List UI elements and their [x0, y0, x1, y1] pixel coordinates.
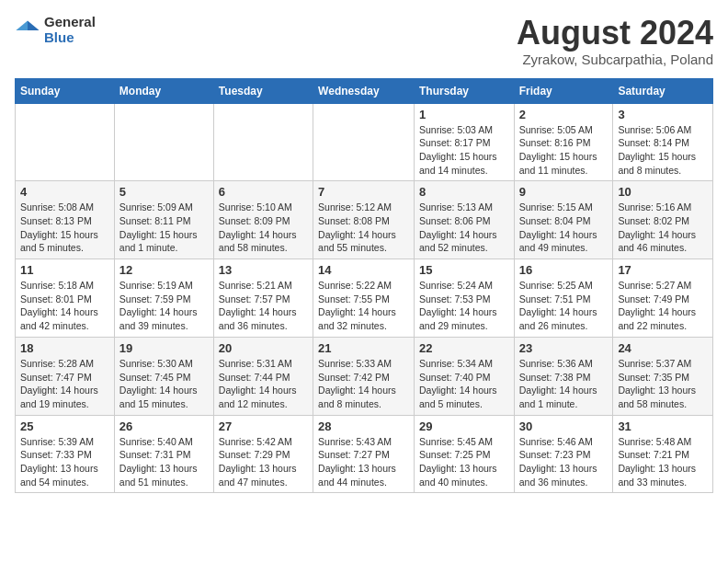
day-cell: 20Sunrise: 5:31 AM Sunset: 7:44 PM Dayli…	[213, 337, 313, 415]
day-cell: 11Sunrise: 5:18 AM Sunset: 8:01 PM Dayli…	[16, 259, 115, 338]
day-number: 24	[618, 341, 708, 355]
day-cell: 14Sunrise: 5:22 AM Sunset: 7:55 PM Dayli…	[313, 259, 415, 338]
day-cell: 31Sunrise: 5:48 AM Sunset: 7:21 PM Dayli…	[613, 415, 713, 493]
month-title: August 2024	[517, 15, 713, 52]
day-info: Sunrise: 5:42 AM Sunset: 7:29 PM Dayligh…	[219, 435, 308, 489]
day-info: Sunrise: 5:12 AM Sunset: 8:08 PM Dayligh…	[318, 201, 409, 255]
day-info: Sunrise: 5:37 AM Sunset: 7:35 PM Dayligh…	[618, 357, 708, 411]
week-row-4: 25Sunrise: 5:39 AM Sunset: 7:33 PM Dayli…	[16, 415, 713, 493]
day-number: 23	[519, 341, 609, 355]
day-cell: 22Sunrise: 5:34 AM Sunset: 7:40 PM Dayli…	[414, 337, 514, 415]
day-number: 16	[519, 263, 609, 277]
day-cell: 26Sunrise: 5:40 AM Sunset: 7:31 PM Dayli…	[114, 415, 213, 493]
day-cell: 5Sunrise: 5:09 AM Sunset: 8:11 PM Daylig…	[114, 181, 213, 259]
calendar-header-row: SundayMondayTuesdayWednesdayThursdayFrid…	[16, 78, 713, 103]
day-number: 8	[419, 185, 509, 199]
header-tuesday: Tuesday	[213, 78, 313, 103]
calendar-table: SundayMondayTuesdayWednesdayThursdayFrid…	[15, 78, 713, 494]
logo-general: General	[44, 15, 96, 30]
day-cell: 25Sunrise: 5:39 AM Sunset: 7:33 PM Dayli…	[16, 415, 115, 493]
day-number: 27	[219, 419, 308, 433]
day-number: 4	[20, 185, 109, 199]
day-info: Sunrise: 5:13 AM Sunset: 8:06 PM Dayligh…	[419, 201, 509, 255]
day-info: Sunrise: 5:06 AM Sunset: 8:14 PM Dayligh…	[618, 123, 708, 178]
day-cell: 23Sunrise: 5:36 AM Sunset: 7:38 PM Dayli…	[514, 337, 613, 415]
day-info: Sunrise: 5:43 AM Sunset: 7:27 PM Dayligh…	[318, 435, 409, 489]
day-info: Sunrise: 5:08 AM Sunset: 8:13 PM Dayligh…	[20, 201, 109, 255]
day-number: 12	[119, 263, 209, 277]
day-cell: 8Sunrise: 5:13 AM Sunset: 8:06 PM Daylig…	[414, 181, 514, 259]
day-number: 17	[618, 263, 708, 277]
day-number: 3	[618, 108, 708, 121]
day-cell: 12Sunrise: 5:19 AM Sunset: 7:59 PM Dayli…	[114, 259, 213, 338]
week-row-1: 4Sunrise: 5:08 AM Sunset: 8:13 PM Daylig…	[16, 181, 713, 259]
day-number: 31	[618, 419, 708, 433]
day-number: 19	[119, 341, 209, 355]
day-number: 13	[219, 263, 308, 277]
day-cell: 1Sunrise: 5:03 AM Sunset: 8:17 PM Daylig…	[414, 103, 514, 181]
day-cell: 9Sunrise: 5:15 AM Sunset: 8:04 PM Daylig…	[514, 181, 613, 259]
day-info: Sunrise: 5:48 AM Sunset: 7:21 PM Dayligh…	[618, 435, 708, 489]
day-info: Sunrise: 5:21 AM Sunset: 7:57 PM Dayligh…	[219, 279, 308, 333]
header: General Blue August 2024 Zyrakow, Subcar…	[15, 15, 713, 67]
day-cell: 15Sunrise: 5:24 AM Sunset: 7:53 PM Dayli…	[414, 259, 514, 338]
day-cell: 18Sunrise: 5:28 AM Sunset: 7:47 PM Dayli…	[16, 337, 115, 415]
day-info: Sunrise: 5:24 AM Sunset: 7:53 PM Dayligh…	[419, 279, 509, 333]
day-info: Sunrise: 5:18 AM Sunset: 8:01 PM Dayligh…	[20, 279, 109, 333]
day-info: Sunrise: 5:22 AM Sunset: 7:55 PM Dayligh…	[318, 279, 409, 333]
svg-marker-1	[16, 20, 28, 30]
day-info: Sunrise: 5:25 AM Sunset: 7:51 PM Dayligh…	[519, 279, 609, 333]
day-cell	[114, 103, 213, 181]
day-number: 2	[519, 108, 609, 121]
day-number: 29	[419, 419, 509, 433]
day-number: 25	[20, 419, 109, 433]
location-subtitle: Zyrakow, Subcarpathia, Poland	[517, 52, 713, 67]
day-info: Sunrise: 5:45 AM Sunset: 7:25 PM Dayligh…	[419, 435, 509, 489]
logo-icon	[15, 17, 40, 43]
day-cell: 4Sunrise: 5:08 AM Sunset: 8:13 PM Daylig…	[16, 181, 115, 259]
header-thursday: Thursday	[414, 78, 514, 103]
day-cell: 29Sunrise: 5:45 AM Sunset: 7:25 PM Dayli…	[414, 415, 514, 493]
day-cell: 28Sunrise: 5:43 AM Sunset: 7:27 PM Dayli…	[313, 415, 415, 493]
day-info: Sunrise: 5:40 AM Sunset: 7:31 PM Dayligh…	[119, 435, 209, 489]
day-info: Sunrise: 5:03 AM Sunset: 8:17 PM Dayligh…	[419, 123, 509, 178]
day-info: Sunrise: 5:19 AM Sunset: 7:59 PM Dayligh…	[119, 279, 209, 333]
day-info: Sunrise: 5:39 AM Sunset: 7:33 PM Dayligh…	[20, 435, 109, 489]
week-row-0: 1Sunrise: 5:03 AM Sunset: 8:17 PM Daylig…	[16, 103, 713, 181]
day-number: 26	[119, 419, 209, 433]
day-cell	[16, 103, 115, 181]
day-cell: 2Sunrise: 5:05 AM Sunset: 8:16 PM Daylig…	[514, 103, 613, 181]
day-cell: 7Sunrise: 5:12 AM Sunset: 8:08 PM Daylig…	[313, 181, 415, 259]
day-number: 15	[419, 263, 509, 277]
day-number: 6	[219, 185, 308, 199]
day-number: 30	[519, 419, 609, 433]
header-sunday: Sunday	[16, 78, 115, 103]
logo: General Blue	[15, 15, 96, 45]
day-cell: 19Sunrise: 5:30 AM Sunset: 7:45 PM Dayli…	[114, 337, 213, 415]
day-info: Sunrise: 5:33 AM Sunset: 7:42 PM Dayligh…	[318, 357, 409, 411]
day-cell: 3Sunrise: 5:06 AM Sunset: 8:14 PM Daylig…	[613, 103, 713, 181]
day-info: Sunrise: 5:46 AM Sunset: 7:23 PM Dayligh…	[519, 435, 609, 489]
day-cell	[213, 103, 313, 181]
day-number: 28	[318, 419, 409, 433]
day-info: Sunrise: 5:28 AM Sunset: 7:47 PM Dayligh…	[20, 357, 109, 411]
day-number: 1	[419, 108, 509, 121]
day-number: 20	[219, 341, 308, 355]
day-number: 22	[419, 341, 509, 355]
day-cell: 24Sunrise: 5:37 AM Sunset: 7:35 PM Dayli…	[613, 337, 713, 415]
day-number: 11	[20, 263, 109, 277]
week-row-2: 11Sunrise: 5:18 AM Sunset: 8:01 PM Dayli…	[16, 259, 713, 338]
day-number: 9	[519, 185, 609, 199]
day-info: Sunrise: 5:16 AM Sunset: 8:02 PM Dayligh…	[618, 201, 708, 255]
svg-marker-0	[28, 20, 40, 30]
day-number: 10	[618, 185, 708, 199]
header-monday: Monday	[114, 78, 213, 103]
day-cell	[313, 103, 415, 181]
header-wednesday: Wednesday	[313, 78, 415, 103]
day-number: 21	[318, 341, 409, 355]
day-cell: 21Sunrise: 5:33 AM Sunset: 7:42 PM Dayli…	[313, 337, 415, 415]
day-cell: 17Sunrise: 5:27 AM Sunset: 7:49 PM Dayli…	[613, 259, 713, 338]
day-info: Sunrise: 5:34 AM Sunset: 7:40 PM Dayligh…	[419, 357, 509, 411]
day-cell: 27Sunrise: 5:42 AM Sunset: 7:29 PM Dayli…	[213, 415, 313, 493]
week-row-3: 18Sunrise: 5:28 AM Sunset: 7:47 PM Dayli…	[16, 337, 713, 415]
